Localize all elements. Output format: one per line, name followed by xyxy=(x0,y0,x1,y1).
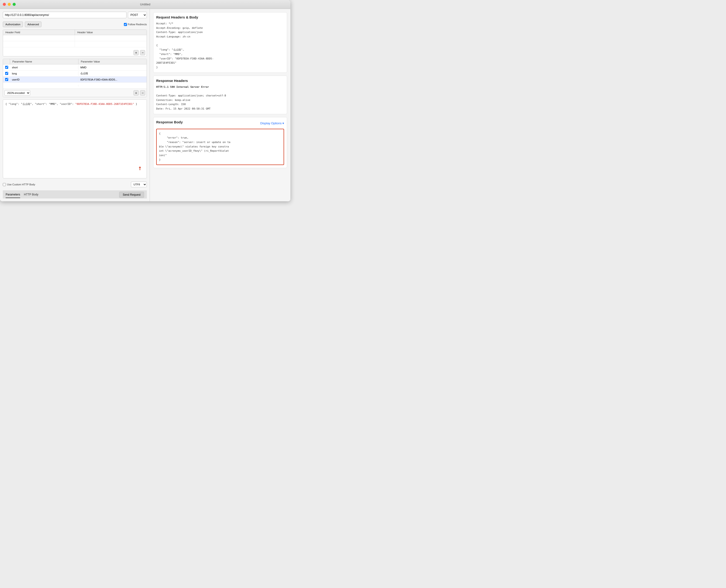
url-input[interactable] xyxy=(3,12,126,18)
header-field-cell[interactable] xyxy=(3,41,75,47)
params-table: Parameter Name Parameter Value short MMD… xyxy=(3,59,147,97)
request-headers-title: Request Headers & Body xyxy=(156,15,284,19)
params-actions: + − xyxy=(134,90,145,96)
table-row xyxy=(3,35,147,41)
custom-body-checkbox[interactable] xyxy=(3,183,6,186)
add-param-button[interactable]: + xyxy=(134,90,139,96)
authorization-button[interactable]: Authorization xyxy=(3,22,23,27)
close-button[interactable] xyxy=(3,3,6,6)
table-row xyxy=(3,41,147,47)
header-field-cell[interactable] xyxy=(3,35,75,41)
response-body-section: Response Body Display Options ▾ { "error… xyxy=(153,117,287,168)
right-panel: Request Headers & Body Accept: */* Accep… xyxy=(150,9,290,201)
request-headers-section: Request Headers & Body Accept: */* Accep… xyxy=(153,12,287,73)
param-value-long: 么么哒 xyxy=(78,71,147,76)
request-headers-body: Accept: */* Accept-Encoding: gzip, defla… xyxy=(156,22,284,70)
tab-http-body[interactable]: HTTP Body xyxy=(24,191,38,198)
remove-param-button[interactable]: − xyxy=(140,90,145,96)
param-name-long: long xyxy=(10,71,78,76)
json-body-text: { "long": "么么哒", "short": "MMD", "userID… xyxy=(5,102,144,106)
display-options-button[interactable]: Display Options ▾ xyxy=(260,122,284,125)
tab-parameters[interactable]: Parameters xyxy=(6,191,20,198)
send-request-button[interactable]: Send Request xyxy=(119,192,144,198)
follow-redirects-checkbox[interactable] xyxy=(124,23,127,26)
follow-redirects-label[interactable]: Follow Redirects xyxy=(124,23,147,26)
header-col1: Header Field xyxy=(3,30,75,35)
maximize-button[interactable] xyxy=(13,3,16,6)
tabs-bar: Parameters HTTP Body Send Request xyxy=(3,191,147,198)
options-row: Authorization Advanced Follow Redirects xyxy=(3,22,147,27)
bottom-row: Use Custom HTTP Body UTF8 UTF16 xyxy=(3,181,147,188)
param-row-userid: userID 0DFD7B3A-F38D-43AA-8DD5... xyxy=(3,77,147,83)
response-status-bold: HTTP/1.1 500 Internal Server Error xyxy=(156,85,209,88)
headers-table-header: Header Field Header Value xyxy=(3,30,147,35)
advanced-button[interactable]: Advanced xyxy=(25,22,41,27)
response-headers-title: Response Headers xyxy=(156,79,284,83)
utf-select[interactable]: UTF8 UTF16 xyxy=(131,182,147,187)
params-table-header: Parameter Name Parameter Value xyxy=(3,59,147,64)
titlebar: Untitled xyxy=(0,0,290,9)
response-status-line: HTTP/1.1 500 Internal Server Error Conte… xyxy=(156,85,284,111)
param-col1: Parameter Name xyxy=(10,59,78,64)
add-header-button[interactable]: + xyxy=(134,50,139,55)
custom-body-label[interactable]: Use Custom HTTP Body xyxy=(3,183,35,186)
headers-table: Header Field Header Value + − xyxy=(3,29,147,57)
minimize-button[interactable] xyxy=(8,3,11,6)
param-value-userid: 0DFD7B3A-F38D-43AA-8DD5... xyxy=(78,77,147,82)
window-title: Untitled xyxy=(140,3,150,6)
header-value-cell[interactable] xyxy=(75,35,147,41)
response-body-header: Response Body Display Options ▾ xyxy=(156,120,284,126)
response-body-title: Response Body xyxy=(156,120,183,124)
main-container: POST GET PUT DELETE PATCH Authorization … xyxy=(0,9,290,201)
param-checkbox-short[interactable] xyxy=(3,66,10,69)
headers-table-actions: + − xyxy=(3,49,147,56)
param-name-short: short xyxy=(10,65,78,70)
param-row-long: long 么么哒 xyxy=(3,70,147,77)
param-checkbox-userid[interactable] xyxy=(3,78,10,81)
response-body-content: { "error": true, "reason": "server: inse… xyxy=(156,129,284,165)
remove-header-button[interactable]: − xyxy=(140,50,145,55)
param-row-empty xyxy=(3,83,147,89)
param-row-short: short MMD xyxy=(3,64,147,70)
window-controls[interactable] xyxy=(3,3,16,6)
header-col2: Header Value xyxy=(75,30,147,35)
method-select[interactable]: POST GET PUT DELETE PATCH xyxy=(128,12,147,18)
param-checkbox-long[interactable] xyxy=(3,72,10,75)
params-footer: JSON-encoded URL-encoded Multipart + − xyxy=(3,89,147,97)
param-name-userid: userID xyxy=(10,77,78,82)
response-headers-section: Response Headers HTTP/1.1 500 Internal S… xyxy=(153,76,287,114)
param-col2: Parameter Value xyxy=(78,59,147,64)
encoding-select[interactable]: JSON-encoded URL-encoded Multipart xyxy=(4,90,30,96)
left-panel: POST GET PUT DELETE PATCH Authorization … xyxy=(0,9,150,201)
up-arrow-indicator: ↑ xyxy=(138,163,142,173)
param-value-short: MMD xyxy=(78,65,147,70)
header-value-cell[interactable] xyxy=(75,41,147,47)
url-section: POST GET PUT DELETE PATCH xyxy=(3,12,147,18)
headers-table-body xyxy=(3,35,147,49)
tabs-left: Parameters HTTP Body xyxy=(6,191,38,198)
json-body-display: { "long": "么么哒", "short": "MMD", "userID… xyxy=(3,100,147,178)
